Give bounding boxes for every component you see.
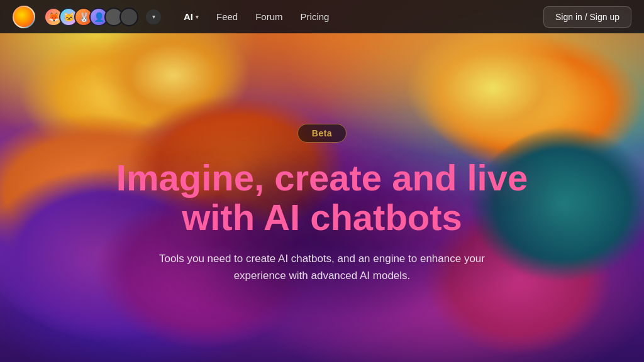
hero-content: Beta Imagine, create and live with AI ch… [0, 33, 644, 362]
avatar-group: 🦊 🐱 🐰 👤 [44, 8, 138, 26]
avatar[interactable] [119, 8, 138, 26]
nav-item-pricing[interactable]: Pricing [293, 8, 337, 26]
site-logo[interactable] [13, 6, 35, 28]
chevron-down-icon: ▾ [152, 13, 155, 20]
chevron-down-icon: ▾ [196, 14, 199, 20]
hero-subtitle: Tools you need to create AI chatbots, an… [140, 250, 504, 284]
nav-item-ai[interactable]: AI ▾ [176, 8, 206, 26]
hero-title: Imagine, create and live with AI chatbot… [116, 158, 528, 238]
nav-item-forum[interactable]: Forum [248, 8, 290, 26]
avatars-dropdown-button[interactable]: ▾ [146, 9, 161, 25]
navbar: 🦊 🐱 🐰 👤 ▾ AI ▾ Feed Forum [0, 0, 644, 33]
sign-in-button[interactable]: Sign in / Sign up [543, 6, 631, 28]
nav-item-feed[interactable]: Feed [209, 8, 245, 26]
nav-links: AI ▾ Feed Forum Pricing [176, 8, 336, 26]
beta-badge: Beta [297, 124, 347, 143]
logo-icon [14, 7, 34, 27]
